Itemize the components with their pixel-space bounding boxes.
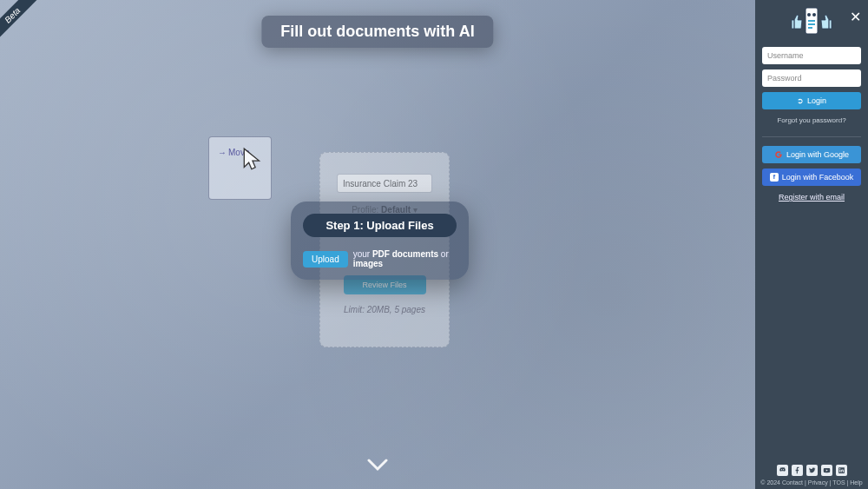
upload-button[interactable]: Upload — [303, 251, 348, 268]
step-text-2: PDF documents — [372, 249, 438, 259]
login-facebook-button[interactable]: f Login with Facebook — [762, 169, 861, 186]
footer-help[interactable]: Help — [850, 479, 862, 486]
step-text-3: or — [441, 249, 449, 259]
login-button[interactable]: ➲ Login — [762, 92, 861, 109]
svg-point-1 — [807, 13, 811, 17]
close-sidebar-button[interactable]: ✕ — [850, 9, 861, 25]
upload-limit-text: Limit: 20MB, 5 pages — [331, 305, 438, 314]
svg-rect-4 — [808, 23, 815, 25]
svg-rect-5 — [808, 27, 812, 29]
youtube-icon[interactable] — [821, 465, 832, 476]
twitter-icon[interactable] — [806, 465, 818, 476]
document-name-input[interactable] — [337, 174, 432, 193]
register-link[interactable]: Register with email — [762, 193, 861, 202]
linkedin-icon[interactable] — [836, 465, 847, 476]
sidebar-footer: © 2024 Contact | Privacy | TOS | Help — [755, 459, 868, 489]
forgot-password-link[interactable]: Forgot you password? — [762, 116, 861, 124]
arrow-right-icon: → — [218, 148, 227, 157]
move-card[interactable]: →Move — [208, 136, 272, 200]
facebook-icon: f — [770, 173, 779, 182]
hero-title: Fill out documents with AI — [261, 16, 493, 48]
password-input[interactable] — [762, 69, 861, 87]
footer-links: © 2024 Contact | Privacy | TOS | Help — [760, 479, 863, 486]
login-sidebar: ✕ ➲ Login Forgot you password? Login wit… — [755, 0, 868, 489]
close-icon: ✕ — [850, 10, 861, 24]
footer-contact[interactable]: Contact — [782, 479, 803, 486]
footer-privacy[interactable]: Privacy — [808, 479, 828, 486]
google-icon — [774, 150, 783, 159]
copyright: © 2024 — [760, 479, 780, 486]
app-logo — [786, 3, 838, 38]
step-text-1: your — [353, 249, 370, 259]
footer-tos[interactable]: TOS — [832, 479, 845, 486]
discord-icon[interactable] — [777, 465, 788, 476]
facebook-social-icon[interactable] — [792, 465, 803, 476]
divider — [762, 136, 861, 137]
main-area: Fill out documents with AI Profile: Defa… — [0, 0, 755, 489]
login-label: Login — [807, 96, 826, 105]
login-google-button[interactable]: Login with Google — [762, 146, 861, 163]
move-label: Move — [228, 148, 249, 157]
google-label: Login with Google — [786, 150, 849, 159]
facebook-label: Login with Facebook — [782, 173, 854, 182]
step-title: Step 1: Upload Files — [303, 214, 457, 237]
svg-point-2 — [812, 13, 816, 17]
username-input[interactable] — [762, 47, 861, 64]
login-icon: ➲ — [797, 96, 804, 105]
social-row — [760, 465, 863, 476]
sidebar-header: ✕ — [755, 0, 868, 42]
sidebar-body: ➲ Login Forgot you password? Login with … — [755, 42, 868, 207]
step-text-4: images — [353, 259, 383, 268]
onboarding-step-bubble: Step 1: Upload Files Upload your PDF doc… — [291, 202, 469, 280]
scroll-down-icon[interactable] — [367, 451, 388, 479]
step-instruction: Upload your PDF documents or images — [303, 249, 457, 268]
svg-rect-3 — [808, 20, 815, 22]
